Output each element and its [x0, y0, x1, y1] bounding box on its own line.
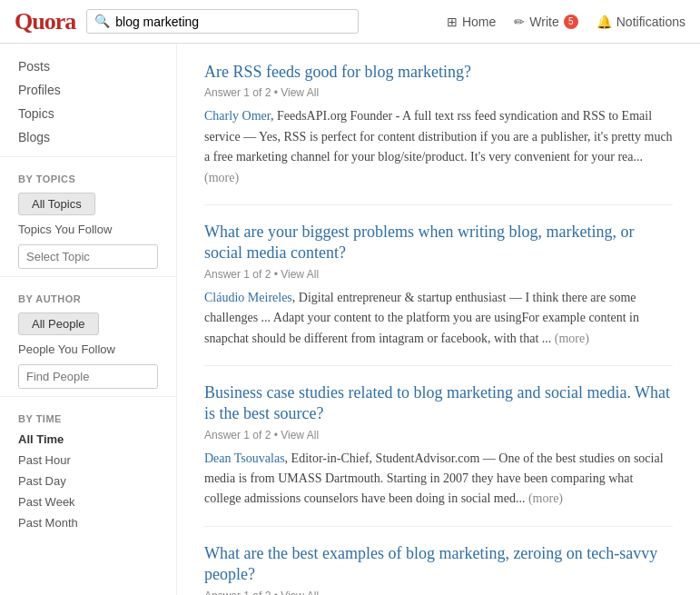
search-bar: 🔍 — [86, 9, 359, 34]
people-you-follow-link[interactable]: People You Follow — [0, 339, 176, 360]
write-nav-link[interactable]: ✏ Write 5 — [514, 15, 577, 29]
question-meta-text: Answer 1 of 2 • View All — [204, 590, 319, 595]
find-people-input[interactable] — [18, 364, 158, 389]
sidebar-item-blogs[interactable]: Blogs — [0, 125, 176, 149]
question-title[interactable]: What are the best examples of blog marke… — [204, 543, 673, 586]
question-meta: Answer 1 of 2 • View All — [204, 268, 673, 281]
search-input[interactable] — [115, 15, 350, 29]
home-icon: ⊞ — [447, 15, 458, 29]
topics-you-follow-link[interactable]: Topics You Follow — [0, 219, 176, 240]
question-card: What are your biggest problems when writ… — [204, 205, 673, 366]
sidebar-divider-2 — [0, 276, 176, 277]
question-meta: Answer 1 of 2 • View All — [204, 86, 673, 99]
question-title[interactable]: Business case studies related to blog ma… — [204, 382, 673, 425]
answer-author[interactable]: Dean Tsouvalas — [204, 451, 285, 465]
question-meta-text: Answer 1 of 2 • View All — [204, 429, 319, 441]
by-author-header: BY AUTHOR — [0, 284, 176, 309]
question-title[interactable]: What are your biggest problems when writ… — [204, 222, 673, 264]
answer-author[interactable]: Charly Omer — [204, 109, 271, 123]
sidebar-item-posts[interactable]: Posts — [0, 55, 176, 78]
notifications-icon: 🔔 — [596, 15, 612, 29]
question-card: Are RSS feeds good for blog marketing? A… — [204, 62, 673, 205]
more-link[interactable]: (more) — [528, 491, 563, 505]
write-label: Write — [529, 15, 558, 29]
sidebar: Posts Profiles Topics Blogs BY TOPICS Al… — [0, 44, 177, 595]
question-title[interactable]: Are RSS feeds good for blog marketing? — [204, 62, 673, 83]
sidebar-divider-3 — [0, 396, 176, 397]
main-nav: ⊞ Home ✏ Write 5 🔔 Notifications — [447, 15, 685, 29]
by-topics-header: BY TOPICS — [0, 164, 176, 189]
question-answer: Charly Omer, FeedsAPI.org Founder - A fu… — [204, 106, 673, 188]
question-meta: Answer 1 of 2 • View All — [204, 429, 673, 441]
past-hour-link[interactable]: Past Hour — [0, 450, 176, 471]
main-container: Posts Profiles Topics Blogs BY TOPICS Al… — [0, 44, 700, 595]
notifications-nav-link[interactable]: 🔔 Notifications — [596, 15, 685, 29]
answer-author-role: FeedsAPI.org Founder — [277, 109, 392, 123]
all-people-button[interactable]: All People — [18, 312, 99, 335]
past-week-link[interactable]: Past Week — [0, 491, 176, 512]
sidebar-divider-1 — [0, 156, 176, 157]
answer-author-role: Editor-in-Chief, StudentAdvisor.com — [291, 451, 480, 465]
question-meta: Answer 1 of 2 • View All — [204, 590, 673, 595]
answer-author-role: Digital entrepreneur & startup enthusias… — [299, 291, 507, 304]
all-topics-button[interactable]: All Topics — [18, 193, 95, 215]
write-badge: 5 — [564, 15, 578, 29]
question-card: Business case studies related to blog ma… — [204, 366, 673, 527]
notifications-label: Notifications — [616, 15, 685, 29]
question-meta-text: Answer 1 of 2 • View All — [204, 86, 319, 99]
question-answer: Dean Tsouvalas, Editor-in-Chief, Student… — [204, 449, 673, 510]
sidebar-item-profiles[interactable]: Profiles — [0, 78, 176, 102]
more-link[interactable]: (more) — [555, 332, 589, 345]
question-card: What are the best examples of blog marke… — [204, 527, 673, 595]
sidebar-item-topics[interactable]: Topics — [0, 102, 176, 125]
write-icon: ✏ — [514, 15, 525, 29]
select-topic-input[interactable] — [18, 244, 158, 269]
by-time-header: BY TIME — [0, 404, 176, 429]
main-content: Are RSS feeds good for blog marketing? A… — [177, 44, 700, 595]
header: Quora 🔍 ⊞ Home ✏ Write 5 🔔 Notifications — [0, 0, 700, 44]
answer-text: - A full text rss feed syndication and R… — [204, 109, 673, 164]
question-meta-text: Answer 1 of 2 • View All — [204, 268, 319, 281]
quora-logo[interactable]: Quora — [15, 8, 75, 35]
answer-author[interactable]: Cláudio Meireles — [204, 291, 292, 304]
home-nav-link[interactable]: ⊞ Home — [447, 15, 496, 29]
past-month-link[interactable]: Past Month — [0, 512, 176, 533]
past-day-link[interactable]: Past Day — [0, 471, 176, 491]
question-answer: Cláudio Meireles, Digital entrepreneur &… — [204, 288, 673, 349]
more-link[interactable]: (more) — [204, 171, 239, 184]
all-time-link[interactable]: All Time — [0, 429, 176, 450]
search-icon: 🔍 — [94, 14, 110, 29]
home-label: Home — [462, 15, 496, 29]
